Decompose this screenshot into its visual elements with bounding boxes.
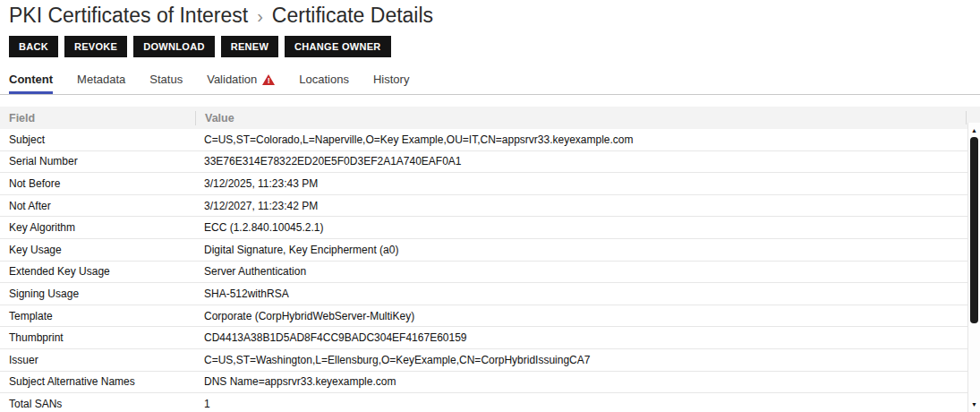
- table-row: Key AlgorithmECC (1.2.840.10045.2.1): [0, 217, 980, 239]
- breadcrumb-parent-link[interactable]: PKI Certificates of Interest: [9, 4, 248, 28]
- value-cell: 1: [195, 398, 966, 410]
- value-cell: Digital Signature, Key Encipherment (a0): [195, 244, 966, 256]
- column-header-field: Field: [0, 112, 195, 124]
- table-row: Signing UsageSHA-512withRSA: [0, 283, 980, 305]
- tab-metadata[interactable]: Metadata: [77, 71, 125, 94]
- tab-content[interactable]: Content: [9, 71, 53, 94]
- tab-label: Locations: [299, 73, 349, 86]
- field-cell: Key Algorithm: [0, 221, 195, 234]
- tab-label: Content: [9, 73, 53, 86]
- value-cell: Server Authentication: [195, 265, 966, 278]
- tab-history[interactable]: History: [373, 71, 409, 94]
- field-cell: Total SANs: [0, 398, 195, 410]
- breadcrumb-separator-icon: ›: [257, 5, 263, 27]
- table-row: TemplateCorporate (CorpHybridWebServer-M…: [0, 305, 980, 328]
- download-button[interactable]: DOWNLOAD: [133, 36, 214, 57]
- table-row: Extended Key UsageServer Authentication: [0, 262, 980, 284]
- page-title: Certificate Details: [272, 4, 433, 28]
- breadcrumb: PKI Certificates of Interest › Certifica…: [0, 0, 980, 28]
- toolbar: BACKREVOKEDOWNLOADRENEWCHANGE OWNER: [9, 36, 980, 57]
- value-cell: ECC (1.2.840.10045.2.1): [195, 221, 966, 234]
- table-row: IssuerC=US,ST=Washington,L=Ellensburg,O=…: [0, 349, 980, 372]
- certificate-details-page: PKI Certificates of Interest › Certifica…: [0, 0, 980, 412]
- tab-locations[interactable]: Locations: [299, 71, 349, 94]
- tab-label: History: [373, 73, 409, 86]
- field-cell: Thumbprint: [0, 331, 195, 344]
- change-owner-button[interactable]: CHANGE OWNER: [285, 36, 391, 57]
- vertical-scrollbar[interactable]: ▲ ▼: [967, 123, 980, 412]
- field-cell: Not After: [0, 200, 195, 212]
- field-cell: Signing Usage: [0, 288, 195, 300]
- table-row: SubjectC=US,ST=Colorado,L=Naperville,O=K…: [0, 129, 980, 151]
- tab-label: Validation: [207, 73, 257, 86]
- field-cell: Extended Key Usage: [0, 265, 195, 278]
- table-row: Not After3/12/2027, 11:23:42 PM: [0, 195, 980, 218]
- tab-status[interactable]: Status: [149, 71, 183, 94]
- renew-button[interactable]: RENEW: [221, 36, 278, 57]
- value-cell: 3/12/2027, 11:23:42 PM: [195, 200, 966, 212]
- field-cell: Not Before: [0, 177, 195, 190]
- column-header-value: Value: [195, 111, 980, 125]
- table-row: Not Before3/12/2025, 11:23:43 PM: [0, 173, 980, 195]
- value-cell: CD4413A38B1D5AD8F4CC9BADC304EF4167E60159: [195, 331, 966, 344]
- table-row: Total SANs1: [0, 393, 980, 412]
- table-row: Key UsageDigital Signature, Key Encipher…: [0, 239, 980, 262]
- scrollbar-thumb[interactable]: [970, 137, 978, 323]
- value-cell: SHA-512withRSA: [195, 288, 966, 300]
- tab-label: Metadata: [77, 73, 125, 86]
- back-button[interactable]: BACK: [9, 36, 58, 57]
- value-cell: C=US,ST=Washington,L=Ellensburg,O=KeyExa…: [195, 354, 966, 366]
- field-cell: Serial Number: [0, 155, 195, 167]
- table-row: Subject Alternative NamesDNS Name=appsrv…: [0, 372, 980, 394]
- table-row: ThumbprintCD4413A38B1D5AD8F4CC9BADC304EF…: [0, 327, 980, 349]
- value-cell: 3/12/2025, 11:23:43 PM: [195, 177, 966, 190]
- value-cell: C=US,ST=Colorado,L=Naperville,O=Key Exam…: [195, 133, 966, 146]
- revoke-button[interactable]: REVOKE: [64, 36, 127, 57]
- field-cell: Key Usage: [0, 244, 195, 256]
- value-cell: DNS Name=appsrvr33.keyexample.com: [195, 375, 966, 388]
- value-cell: 33E76E314E78322ED20E5F0D3EF2A1A740EAF0A1: [195, 155, 966, 167]
- table-row: Serial Number33E76E314E78322ED20E5F0D3EF…: [0, 151, 980, 174]
- field-cell: Subject: [0, 133, 195, 146]
- tab-label: Status: [149, 73, 183, 86]
- table-header-row: Field Value: [0, 107, 980, 129]
- value-cell: Corporate (CorpHybridWebServer-MultiKey): [195, 310, 966, 322]
- scroll-down-icon[interactable]: ▼: [968, 399, 980, 409]
- field-cell: Issuer: [0, 354, 195, 366]
- field-cell: Subject Alternative Names: [0, 375, 195, 388]
- tab-bar: ContentMetadataStatusValidationLocations…: [0, 71, 980, 95]
- field-cell: Template: [0, 310, 195, 322]
- scroll-up-icon[interactable]: ▲: [968, 124, 980, 135]
- tab-validation[interactable]: Validation: [207, 71, 275, 94]
- table-body: SubjectC=US,ST=Colorado,L=Naperville,O=K…: [0, 129, 980, 412]
- validation-warning-icon: [262, 74, 275, 85]
